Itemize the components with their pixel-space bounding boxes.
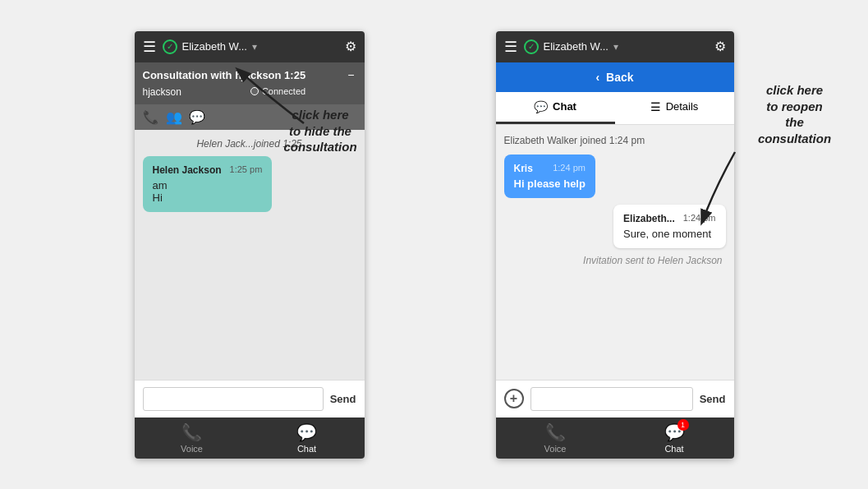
left-hamburger-icon[interactable]: ☰ xyxy=(143,38,156,56)
elizabeth-text: Sure, one moment xyxy=(623,228,715,240)
right-chat-content: Elizabeth Walker joined 1:24 pm Kris 1:2… xyxy=(496,125,734,380)
kris-time: 1:24 pm xyxy=(553,163,586,174)
back-bar[interactable]: ‹ Back xyxy=(496,62,734,92)
add-attachment-button[interactable]: + xyxy=(504,389,524,408)
right-panel-wrapper: ☰ ✓ Elizabeth W... ▾ ⚙ ‹ Back 💬 xyxy=(496,31,734,459)
kris-text: Hi please help xyxy=(514,178,586,190)
right-voice-label: Voice xyxy=(544,444,567,454)
status-circle: ✓ xyxy=(163,39,177,54)
left-input-area: Send xyxy=(135,380,365,417)
tab-details-icon: ☰ xyxy=(650,100,661,113)
right-send-button[interactable]: Send xyxy=(700,393,726,405)
bubble-header: Helen Jackson 1:25 pm xyxy=(153,164,263,176)
left-phone-panel: ☰ ✓ Elizabeth W... ▾ ⚙ Consultation with… xyxy=(135,31,365,459)
elizabeth-time: 1:24 pm xyxy=(683,213,716,224)
right-header-dropdown-icon[interactable]: ▾ xyxy=(613,41,618,53)
tab-chat[interactable]: 💬 Chat xyxy=(496,92,615,124)
left-chat-content: Helen Jack...joined 1:25 Helen Jackson 1… xyxy=(135,130,365,380)
connected-label: Connected xyxy=(262,86,305,96)
tabs-bar: 💬 Chat ☰ Details xyxy=(496,92,734,125)
left-settings-icon[interactable]: ⚙ xyxy=(345,39,356,54)
tab-chat-icon: 💬 xyxy=(534,100,548,113)
left-chat-input[interactable] xyxy=(143,387,324,411)
left-nav-voice[interactable]: 📞 Voice xyxy=(135,422,250,454)
left-header-title: Elizabeth W... xyxy=(182,40,247,53)
bubble-line2: Hi xyxy=(153,191,263,204)
status-check-icon: ✓ xyxy=(167,42,173,51)
voice-label: Voice xyxy=(181,444,203,454)
back-arrow-icon: ‹ xyxy=(595,71,599,84)
chat-action-icon[interactable]: 💬 xyxy=(189,109,205,125)
right-header-status: ✓ Elizabeth W... ▾ xyxy=(524,39,708,54)
tab-details[interactable]: ☰ Details xyxy=(615,92,734,124)
kris-name: Kris xyxy=(514,163,533,174)
right-settings-icon[interactable]: ⚙ xyxy=(714,39,726,54)
right-bubble-elizabeth: Elizabeth... 1:24 pm Sure, one moment xyxy=(613,205,725,248)
elizabeth-bubble-header: Elizabeth... 1:24 pm xyxy=(623,213,715,224)
bubble-time: 1:25 pm xyxy=(230,164,263,176)
consultation-actions: 📞 👥 💬 xyxy=(135,104,365,130)
bubble-line1: am xyxy=(153,179,263,191)
right-header-title: Elizabeth W... xyxy=(544,40,609,53)
consultation-info: Consultation with hjackson 1:25 hjackson… xyxy=(143,69,306,98)
right-nav-chat[interactable]: 💬 1 Chat xyxy=(615,422,734,454)
consultation-bar: Consultation with hjackson 1:25 hjackson… xyxy=(135,62,365,104)
left-send-button[interactable]: Send xyxy=(330,393,356,405)
consultation-title: Consultation with hjackson 1:25 xyxy=(143,69,306,81)
left-header-dropdown-icon[interactable]: ▾ xyxy=(252,41,257,53)
right-bubble-kris: Kris 1:24 pm Hi please help xyxy=(504,155,595,198)
left-system-message: Helen Jack...joined 1:25 xyxy=(143,138,356,150)
tab-chat-label: Chat xyxy=(553,100,576,113)
right-chat-input[interactable] xyxy=(530,387,693,411)
agent-join-message: Elizabeth Walker joined 1:24 pm xyxy=(504,133,726,148)
elizabeth-name: Elizabeth... xyxy=(623,213,675,224)
chat-notification-wrapper: 💬 1 xyxy=(664,422,685,442)
left-bottom-nav: 📞 Voice 💬 Chat xyxy=(135,417,365,459)
transfer-icon[interactable]: 📞 xyxy=(143,109,159,125)
invitation-message: Invitation sent to Helen Jackson xyxy=(504,255,726,266)
chat-nav-label: Chat xyxy=(297,444,316,454)
left-chat-bubble: Helen Jackson 1:25 pm am Hi xyxy=(143,156,273,212)
back-label: Back xyxy=(606,71,633,84)
chat-nav-icon: 💬 xyxy=(296,422,317,442)
right-header: ☰ ✓ Elizabeth W... ▾ ⚙ xyxy=(496,31,734,62)
voice-icon: 📞 xyxy=(181,422,202,442)
right-bottom-nav: 📞 Voice 💬 1 Chat xyxy=(496,417,734,459)
right-voice-icon: 📞 xyxy=(545,422,566,442)
right-input-area: + Send xyxy=(496,380,734,417)
chat-notification-badge: 1 xyxy=(677,419,689,431)
connected-dot-icon xyxy=(250,87,259,95)
right-chat-nav-label: Chat xyxy=(664,444,683,454)
left-header: ☰ ✓ Elizabeth W... ▾ ⚙ xyxy=(135,31,365,62)
right-status-circle: ✓ xyxy=(524,39,539,54)
bubble-name: Helen Jackson xyxy=(153,164,222,176)
right-nav-voice[interactable]: 📞 Voice xyxy=(496,422,615,454)
tab-details-label: Details xyxy=(666,100,699,113)
consultation-user: hjackson xyxy=(143,86,181,98)
right-phone-panel: ☰ ✓ Elizabeth W... ▾ ⚙ ‹ Back 💬 xyxy=(496,31,734,459)
right-status-check-icon: ✓ xyxy=(528,42,535,51)
left-header-status: ✓ Elizabeth W... ▾ xyxy=(163,39,338,54)
add-participant-icon[interactable]: 👥 xyxy=(166,109,182,125)
right-hamburger-icon[interactable]: ☰ xyxy=(504,38,517,56)
minimize-button[interactable]: − xyxy=(346,69,356,81)
kris-bubble-header: Kris 1:24 pm xyxy=(514,163,586,174)
left-nav-chat[interactable]: 💬 Chat xyxy=(250,422,365,454)
connected-badge: Connected xyxy=(250,86,305,96)
